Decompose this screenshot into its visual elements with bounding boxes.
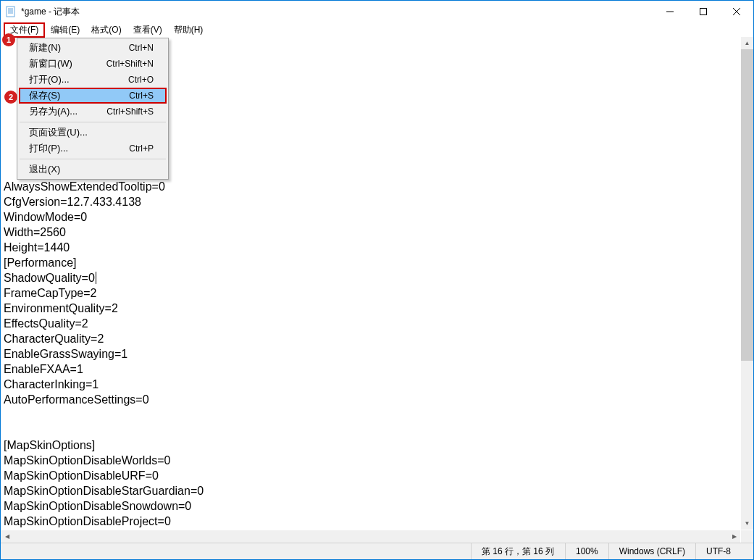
menu-item-label: 打印(P)...: [29, 142, 68, 155]
horizontal-scrollbar[interactable]: ◀ ▶: [1, 530, 740, 543]
menu-item-label: 新建(N): [29, 41, 61, 54]
minimize-button[interactable]: [653, 1, 687, 22]
scroll-up-arrow-icon[interactable]: ▲: [741, 37, 753, 49]
menu-item-label: 打开(O)...: [29, 73, 70, 86]
window-controls: [653, 1, 753, 22]
menubar: 文件(F) 编辑(E) 格式(O) 查看(V) 帮助(H): [1, 22, 753, 37]
menu-item-save-as[interactable]: 另存为(A)... Ctrl+Shift+S: [19, 104, 167, 120]
menu-item-shortcut: Ctrl+P: [129, 143, 154, 154]
statusbar: 第 16 行，第 16 列 100% Windows (CRLF) UTF-8: [1, 543, 753, 559]
menu-view[interactable]: 查看(V): [127, 23, 168, 37]
status-cursor-pos: 第 16 行，第 16 列: [471, 543, 565, 559]
menu-format[interactable]: 格式(O): [85, 23, 127, 37]
menu-item-label: 退出(X): [29, 163, 60, 176]
vertical-scrollbar[interactable]: ▲ ▼: [741, 37, 753, 530]
scroll-left-arrow-icon[interactable]: ◀: [1, 530, 13, 543]
menu-item-label: 新窗口(W): [29, 57, 72, 70]
scroll-right-arrow-icon[interactable]: ▶: [728, 530, 740, 543]
scroll-down-arrow-icon[interactable]: ▼: [741, 517, 753, 530]
scroll-thumb[interactable]: [741, 49, 753, 361]
status-line-ending: Windows (CRLF): [608, 543, 695, 559]
menu-item-label: 保存(S): [29, 89, 60, 102]
menu-item-print[interactable]: 打印(P)... Ctrl+P: [19, 141, 167, 156]
file-menu-dropdown: 新建(N) Ctrl+N 新窗口(W) Ctrl+Shift+N 打开(O)..…: [17, 38, 169, 180]
svg-rect-6: [700, 9, 707, 15]
menu-item-shortcut: Ctrl+Shift+S: [106, 106, 154, 117]
menu-item-shortcut: Ctrl+S: [129, 91, 154, 101]
menu-item-new-window[interactable]: 新窗口(W) Ctrl+Shift+N: [19, 56, 167, 72]
menu-edit[interactable]: 编辑(E): [45, 23, 85, 37]
scrollbar-corner: [741, 530, 753, 543]
menu-item-open[interactable]: 打开(O)... Ctrl+O: [19, 72, 167, 88]
menu-item-shortcut: Ctrl+Shift+N: [106, 59, 154, 69]
menu-item-shortcut: Ctrl+O: [128, 75, 154, 85]
annotation-badge-1: 1: [2, 33, 15, 46]
menu-separator: [20, 122, 166, 122]
status-zoom: 100%: [565, 543, 608, 559]
menu-item-save[interactable]: 保存(S) Ctrl+S: [19, 88, 167, 104]
close-button[interactable]: [720, 1, 753, 22]
notepad-window: *game - 记事本 文件(F) 编辑(E) 格式(O) 查看(V) 帮助(H…: [0, 0, 754, 560]
annotation-badge-2: 2: [4, 91, 17, 104]
window-title: *game - 记事本: [21, 6, 80, 18]
menu-help[interactable]: 帮助(H): [168, 23, 209, 37]
status-encoding: UTF-8: [695, 543, 753, 559]
menu-item-label: 另存为(A)...: [29, 105, 78, 118]
menu-item-new[interactable]: 新建(N) Ctrl+N: [19, 40, 167, 56]
scroll-track[interactable]: [741, 49, 753, 517]
maximize-button[interactable]: [687, 1, 720, 22]
notepad-icon: [5, 6, 17, 17]
menu-item-shortcut: Ctrl+N: [129, 43, 154, 53]
menu-item-label: 页面设置(U)...: [29, 126, 88, 139]
titlebar: *game - 记事本: [1, 1, 753, 22]
menu-item-exit[interactable]: 退出(X): [19, 162, 167, 177]
menu-item-page-setup[interactable]: 页面设置(U)...: [19, 125, 167, 141]
menu-separator: [20, 159, 166, 159]
